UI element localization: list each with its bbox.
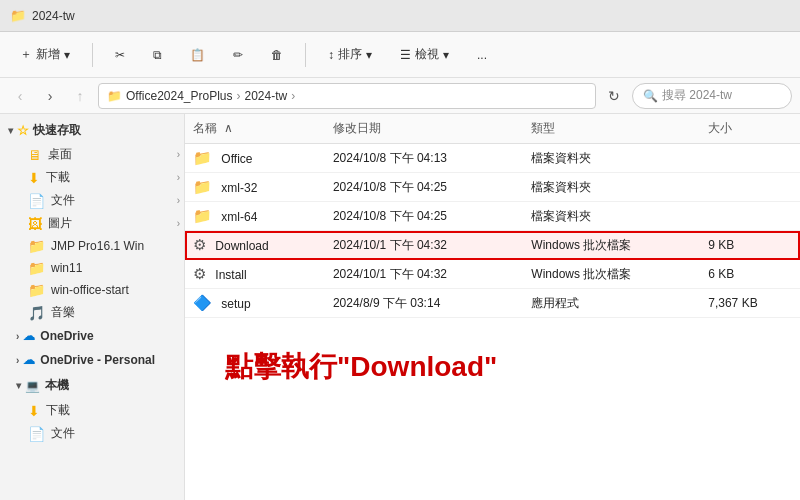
folder-icon-office: 📁	[193, 149, 212, 166]
win-office-folder-icon: 📁	[28, 282, 45, 298]
col-size: 大小	[700, 114, 800, 144]
file-type-install: Windows 批次檔案	[523, 260, 700, 289]
pictures-label: 圖片	[48, 215, 72, 232]
title-bar-folder-icon: 📁	[10, 8, 26, 23]
back-button[interactable]: ‹	[8, 84, 32, 108]
path-separator-1: ›	[237, 89, 241, 103]
up-button[interactable]: ↑	[68, 84, 92, 108]
address-box[interactable]: 📁 Office2024_ProPlus › 2024-tw ›	[98, 83, 596, 109]
file-table-header: 名稱 ∧ 修改日期 類型 大小	[185, 114, 800, 144]
title-bar-title: 2024-tw	[32, 9, 75, 23]
path-separator-2: ›	[291, 89, 295, 103]
quick-access-star-icon: ☆	[17, 123, 29, 138]
bat-icon-install: ⚙	[193, 265, 206, 282]
desktop-arrow: ›	[177, 149, 180, 160]
new-button[interactable]: ＋ 新增 ▾	[10, 41, 80, 68]
this-pc-header[interactable]: ▾ 💻 本機	[0, 372, 184, 399]
view-icon: ☰	[400, 48, 411, 62]
quick-access-label: 快速存取	[33, 122, 81, 139]
col-type: 類型	[523, 114, 700, 144]
file-date-xml64: 2024/10/8 下午 04:25	[325, 202, 523, 231]
onedrive-personal-header[interactable]: › ☁ OneDrive - Personal	[0, 348, 184, 372]
cut-button[interactable]: ✂	[105, 43, 135, 67]
search-box[interactable]: 🔍 搜尋 2024-tw	[632, 83, 792, 109]
more-button[interactable]: ...	[467, 43, 497, 67]
view-button[interactable]: ☰ 檢視 ▾	[390, 41, 459, 68]
file-name-setup: 🔷 setup	[185, 289, 325, 318]
sidebar-item-this-pc-documents[interactable]: 📄 文件	[0, 422, 184, 445]
copy-button[interactable]: ⧉	[143, 43, 172, 67]
sidebar-item-downloads[interactable]: ⬇ 下載 ›	[0, 166, 184, 189]
desktop-label: 桌面	[48, 146, 72, 163]
pictures-folder-icon: 🖼	[28, 216, 42, 232]
table-row[interactable]: 📁 Office 2024/10/8 下午 04:13 檔案資料夾	[185, 144, 800, 173]
file-size-xml32	[700, 173, 800, 202]
this-pc-downloads-label: 下載	[46, 402, 70, 419]
sort-dropdown-icon: ▾	[366, 48, 372, 62]
onedrive-header[interactable]: › ☁ OneDrive	[0, 324, 184, 348]
search-placeholder: 搜尋 2024-tw	[662, 87, 732, 104]
sidebar-item-this-pc-downloads[interactable]: ⬇ 下載	[0, 399, 184, 422]
sort-icon: ↕	[328, 48, 334, 62]
file-type-office: 檔案資料夾	[523, 144, 700, 173]
toolbar-separator-2	[305, 43, 306, 67]
file-name-download: ⚙ Download	[185, 231, 325, 260]
win11-label: win11	[51, 261, 82, 275]
documents-folder-icon: 📄	[28, 193, 45, 209]
view-label: 檢視	[415, 46, 439, 63]
this-pc-documents-icon: 📄	[28, 426, 45, 442]
table-row[interactable]: 📁 xml-64 2024/10/8 下午 04:25 檔案資料夾	[185, 202, 800, 231]
delete-button[interactable]: 🗑	[261, 43, 293, 67]
file-size-install: 6 KB	[700, 260, 800, 289]
file-size-download: 9 KB	[700, 231, 800, 260]
file-date-office: 2024/10/8 下午 04:13	[325, 144, 523, 173]
paste-button[interactable]: 📋	[180, 43, 215, 67]
annotation-text: 點擊執行"Download"	[225, 348, 497, 386]
file-type-xml32: 檔案資料夾	[523, 173, 700, 202]
sort-indicator: ∧	[224, 121, 233, 135]
sort-button[interactable]: ↕ 排序 ▾	[318, 41, 382, 68]
sidebar-item-jmp[interactable]: 📁 JMP Pro16.1 Win	[0, 235, 184, 257]
sidebar-item-pictures[interactable]: 🖼 圖片 ›	[0, 212, 184, 235]
exe-icon-setup: 🔷	[193, 294, 212, 311]
table-row[interactable]: 📁 xml-32 2024/10/8 下午 04:25 檔案資料夾	[185, 173, 800, 202]
file-table: 名稱 ∧ 修改日期 類型 大小 📁 Office 2024/10/8 下午 04…	[185, 114, 800, 318]
table-row[interactable]: 🔷 setup 2024/8/9 下午 03:14 應用程式 7,367 KB	[185, 289, 800, 318]
jmp-folder-icon: 📁	[28, 238, 45, 254]
this-pc-documents-label: 文件	[51, 425, 75, 442]
file-name-xml32: 📁 xml-32	[185, 173, 325, 202]
desktop-folder-icon: 🖥	[28, 147, 42, 163]
this-pc-chevron: ▾	[16, 380, 21, 391]
quick-access-header[interactable]: ▾ ☆ 快速存取	[0, 118, 184, 143]
file-type-xml64: 檔案資料夾	[523, 202, 700, 231]
sidebar-item-documents[interactable]: 📄 文件 ›	[0, 189, 184, 212]
col-name: 名稱 ∧	[185, 114, 325, 144]
file-table-body: 📁 Office 2024/10/8 下午 04:13 檔案資料夾 📁 xml-…	[185, 144, 800, 318]
file-name-xml64: 📁 xml-64	[185, 202, 325, 231]
refresh-button[interactable]: ↻	[602, 84, 626, 108]
rename-button[interactable]: ✏	[223, 43, 253, 67]
onedrive-label: OneDrive	[40, 329, 93, 343]
onedrive-chevron: ›	[16, 331, 19, 342]
sidebar-item-desktop[interactable]: 🖥 桌面 ›	[0, 143, 184, 166]
win-office-label: win-office-start	[51, 283, 129, 297]
table-row[interactable]: ⚙ Install 2024/10/1 下午 04:32 Windows 批次檔…	[185, 260, 800, 289]
more-icon: ...	[477, 48, 487, 62]
table-row-download[interactable]: ⚙ Download 2024/10/1 下午 04:32 Windows 批次…	[185, 231, 800, 260]
annotation-area: 點擊執行"Download"	[185, 318, 800, 416]
onedrive-personal-chevron: ›	[16, 355, 19, 366]
sidebar-item-win11[interactable]: 📁 win11	[0, 257, 184, 279]
address-path-1: Office2024_ProPlus	[126, 89, 233, 103]
downloads-label: 下載	[46, 169, 70, 186]
title-bar: 📁 2024-tw	[0, 0, 800, 32]
sidebar-item-music[interactable]: 🎵 音樂	[0, 301, 184, 324]
sidebar: ▾ ☆ 快速存取 🖥 桌面 › ⬇ 下載 › 📄 文件 › 🖼 圖片 › 📁 J…	[0, 114, 185, 500]
search-icon: 🔍	[643, 89, 658, 103]
this-pc-icon: 💻	[25, 379, 40, 393]
address-folder-icon: 📁	[107, 89, 122, 103]
forward-button[interactable]: ›	[38, 84, 62, 108]
file-size-xml64	[700, 202, 800, 231]
sidebar-item-win-office[interactable]: 📁 win-office-start	[0, 279, 184, 301]
folder-icon-xml64: 📁	[193, 207, 212, 224]
onedrive-icon: ☁	[23, 329, 35, 343]
